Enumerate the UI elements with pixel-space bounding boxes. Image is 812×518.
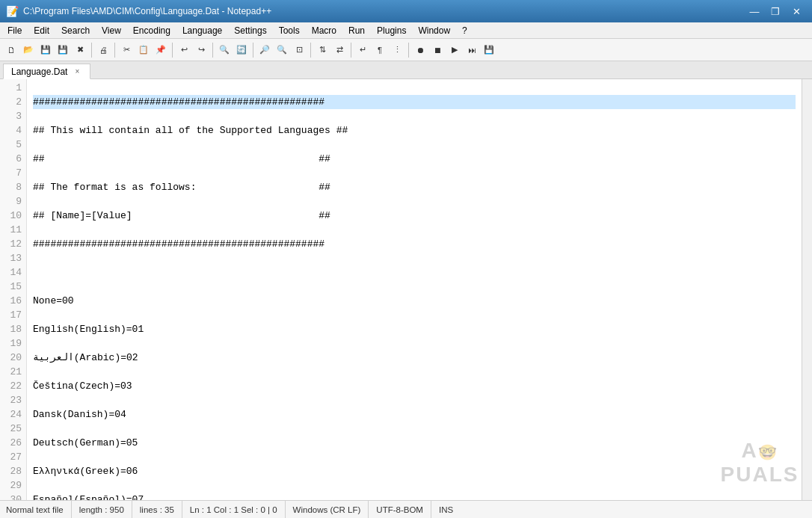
macro-play-button[interactable]: ▶	[446, 42, 463, 58]
toolbar-separator-3	[172, 43, 173, 58]
redo-button[interactable]: ↪	[193, 42, 209, 58]
wordwrap-button[interactable]: ↵	[354, 42, 371, 58]
zoom-in-button[interactable]: 🔎	[256, 42, 273, 58]
line-numbers: 12345 678910 1112131415 1617181920 21222…	[0, 79, 27, 500]
tab-bar: Language.Dat ×	[0, 61, 812, 79]
menu-settings[interactable]: Settings	[228, 22, 272, 38]
toolbar-separator-1	[91, 43, 92, 58]
status-lines: lines : 35	[132, 501, 182, 518]
menu-tools[interactable]: Tools	[273, 22, 306, 38]
tab-language-dat[interactable]: Language.Dat ×	[3, 64, 90, 79]
app-icon: 📝	[6, 5, 19, 17]
sync-scroll-v[interactable]: ⇅	[314, 42, 330, 58]
toolbar-separator-6	[310, 43, 311, 58]
tab-label: Language.Dat	[11, 67, 67, 77]
maximize-button[interactable]: ❐	[766, 4, 785, 19]
toolbar-separator-4	[212, 43, 213, 58]
copy-button[interactable]: 📋	[135, 42, 152, 58]
menu-view[interactable]: View	[96, 22, 127, 38]
menu-language[interactable]: Language	[176, 22, 228, 38]
toolbar-separator-8	[408, 43, 409, 58]
new-button[interactable]: 🗋	[3, 42, 19, 58]
title-bar-controls: — ❐ ✕	[745, 4, 806, 19]
macro-save-button[interactable]: 💾	[481, 42, 497, 58]
undo-button[interactable]: ↩	[176, 42, 192, 58]
status-bar: Normal text file length : 950 lines : 35…	[0, 500, 812, 518]
editor-container: 12345 678910 1112131415 1617181920 21222…	[0, 79, 812, 500]
zoom-out-button[interactable]: 🔍	[274, 42, 290, 58]
menu-run[interactable]: Run	[342, 22, 371, 38]
menu-help[interactable]: ?	[456, 22, 473, 38]
toolbar: 🗋 📂 💾 💾 ✖ 🖨 ✂ 📋 📌 ↩ ↪ 🔍 🔄 🔎 🔍 ⊡ ⇅ ⇄ ↵ ¶ …	[0, 39, 812, 61]
status-input-mode[interactable]: INS	[431, 501, 461, 518]
status-line-ending[interactable]: Windows (CR LF)	[286, 501, 369, 518]
cut-button[interactable]: ✂	[118, 42, 135, 58]
toolbar-separator-5	[253, 43, 253, 58]
find-button[interactable]: 🔍	[216, 42, 233, 58]
menu-edit[interactable]: Edit	[28, 22, 55, 38]
replace-button[interactable]: 🔄	[233, 42, 250, 58]
restore-zoom-button[interactable]: ⊡	[291, 42, 307, 58]
save-all-button[interactable]: 💾	[55, 42, 71, 58]
paste-button[interactable]: 📌	[153, 42, 169, 58]
menu-window[interactable]: Window	[412, 22, 456, 38]
status-length: length : 950	[72, 501, 132, 518]
menu-macro[interactable]: Macro	[306, 22, 342, 38]
save-button[interactable]: 💾	[37, 42, 54, 58]
status-position: Ln : 1 Col : 1 Sel : 0 | 0	[182, 501, 286, 518]
macro-record-button[interactable]: ⏺	[412, 42, 428, 58]
menu-bar: File Edit Search View Encoding Language …	[0, 22, 812, 39]
toolbar-separator-7	[351, 43, 351, 58]
tab-close-button[interactable]: ×	[72, 67, 82, 77]
menu-encoding[interactable]: Encoding	[127, 22, 176, 38]
menu-plugins[interactable]: Plugins	[371, 22, 412, 38]
menu-file[interactable]: File	[1, 22, 28, 38]
macro-run-multiple-button[interactable]: ⏭	[464, 42, 480, 58]
open-button[interactable]: 📂	[20, 42, 37, 58]
title-bar-text: C:\Program Files\AMD\CIM\Config\Language…	[23, 6, 271, 16]
macro-stop-button[interactable]: ⏹	[429, 42, 446, 58]
minimize-button[interactable]: —	[745, 4, 764, 19]
toolbar-separator-2	[114, 43, 115, 58]
status-file-type: Normal text file	[6, 501, 72, 518]
print-button[interactable]: 🖨	[95, 42, 111, 58]
close-button[interactable]: ✕	[787, 4, 806, 19]
all-chars-button[interactable]: ¶	[372, 42, 388, 58]
title-bar-left: 📝 C:\Program Files\AMD\CIM\Config\Langua…	[6, 5, 271, 17]
close-file-button[interactable]: ✖	[72, 42, 88, 58]
title-bar: 📝 C:\Program Files\AMD\CIM\Config\Langua…	[0, 0, 812, 22]
indent-guide-button[interactable]: ⋮	[389, 42, 405, 58]
editor-text[interactable]: ########################################…	[27, 79, 802, 500]
vertical-scrollbar[interactable]	[802, 79, 812, 500]
status-encoding[interactable]: UTF-8-BOM	[369, 501, 431, 518]
sync-scroll-h[interactable]: ⇄	[331, 42, 348, 58]
menu-search[interactable]: Search	[55, 22, 96, 38]
